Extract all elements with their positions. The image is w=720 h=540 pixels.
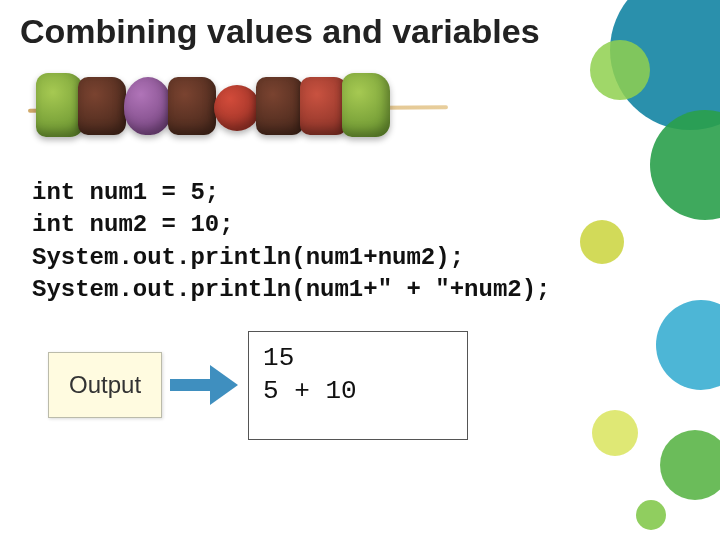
kebab-illustration (28, 59, 448, 159)
pepper-icon (300, 77, 348, 135)
output-line: 15 (263, 343, 294, 373)
decorative-circle (590, 40, 650, 100)
slide-title: Combining values and variables (20, 12, 700, 51)
pepper-icon (342, 73, 390, 137)
code-line: System.out.println(num1+" + "+num2); (32, 276, 550, 303)
output-box: 15 5 + 10 (248, 331, 468, 441)
pepper-icon (36, 73, 84, 137)
onion-icon (124, 77, 172, 135)
meat-icon (168, 77, 216, 135)
meat-icon (256, 77, 304, 135)
code-line: int num2 = 10; (32, 211, 234, 238)
arrow-right-icon (170, 365, 240, 405)
decorative-circle (636, 500, 666, 530)
decorative-circle (580, 220, 624, 264)
output-line: 5 + 10 (263, 376, 357, 406)
code-line: int num1 = 5; (32, 179, 219, 206)
code-line: System.out.println(num1+num2); (32, 244, 464, 271)
meat-icon (78, 77, 126, 135)
output-label: Output (48, 352, 162, 418)
slide: Combining values and variables int num1 … (0, 0, 720, 540)
tomato-icon (214, 85, 260, 131)
decorative-circle (660, 430, 720, 500)
decorative-circle (592, 410, 638, 456)
